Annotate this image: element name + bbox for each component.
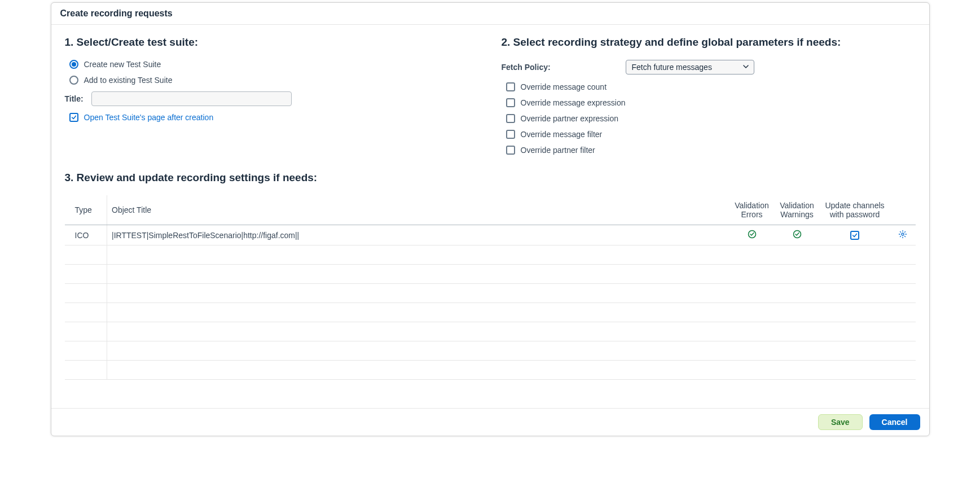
col-actions [890, 195, 916, 225]
cell-validation-errors [729, 225, 775, 245]
table-row [65, 341, 916, 361]
radio-create-new[interactable]: Create new Test Suite [69, 60, 479, 69]
table-row [65, 265, 916, 284]
table-row [65, 303, 916, 322]
fetch-policy-label: Fetch Policy: [502, 63, 614, 72]
table-body: ICO |IRTTEST|SimpleRestToFileScenario|ht… [65, 225, 916, 380]
title-label: Title: [65, 94, 84, 103]
checkbox-icon [506, 98, 515, 107]
dialog-title: Create recording requests [60, 8, 920, 19]
section-2-heading: 2. Select recording strategy and define … [502, 36, 916, 49]
title-input[interactable] [91, 91, 292, 106]
override-label: Override partner expression [521, 114, 619, 123]
override-message-expression[interactable]: Override message expression [506, 98, 916, 107]
checkbox-icon [506, 130, 515, 139]
save-button[interactable]: Save [818, 414, 863, 430]
section-3-heading: 3. Review and update recording settings … [65, 172, 916, 184]
svg-point-2 [902, 233, 904, 235]
checkbox-icon [506, 146, 515, 155]
table-row: ICO |IRTTEST|SimpleRestToFileScenario|ht… [65, 225, 916, 245]
override-label: Override partner filter [521, 146, 595, 155]
radio-add-label: Add to existing Test Suite [84, 76, 173, 85]
col-validation-warnings: Validation Warnings [775, 195, 820, 225]
check-circle-icon [748, 230, 757, 239]
radio-icon [69, 76, 78, 85]
override-message-count[interactable]: Override message count [506, 82, 916, 91]
check-circle-icon [793, 230, 802, 239]
override-list: Override message count Override message … [506, 82, 916, 155]
col-validation-errors: Validation Errors [729, 195, 775, 225]
dialog-body: 1. Select/Create test suite: Create new … [51, 25, 929, 385]
override-partner-filter[interactable]: Override partner filter [506, 146, 916, 155]
section-2: 2. Select recording strategy and define … [502, 36, 916, 161]
test-suite-radio-group: Create new Test Suite Add to existing Te… [69, 60, 479, 85]
checkbox-icon [506, 114, 515, 123]
cancel-button[interactable]: Cancel [869, 414, 920, 430]
override-partner-expression[interactable]: Override partner expression [506, 114, 916, 123]
checkbox-icon [506, 82, 515, 91]
cell-object-title: |IRTTEST|SimpleRestToFileScenario|http:/… [107, 225, 729, 245]
table-header-row: Type Object Title Validation Errors Vali… [65, 195, 916, 225]
dialog: Create recording requests 1. Select/Crea… [51, 2, 930, 436]
checkbox-icon [69, 113, 78, 122]
radio-create-label: Create new Test Suite [84, 60, 161, 69]
update-channels-checkbox[interactable] [850, 231, 859, 240]
override-label: Override message expression [521, 98, 626, 107]
override-label: Override message filter [521, 130, 603, 139]
col-type: Type [65, 195, 107, 225]
section-1-heading: 1. Select/Create test suite: [65, 36, 479, 49]
override-message-filter[interactable]: Override message filter [506, 130, 916, 139]
dialog-footer: Save Cancel [51, 408, 929, 436]
fetch-policy-row: Fetch Policy: Fetch future messages [502, 60, 916, 74]
col-object-title: Object Title [107, 195, 729, 225]
radio-icon [69, 60, 78, 69]
fetch-policy-value: Fetch future messages [632, 63, 712, 72]
section-1: 1. Select/Create test suite: Create new … [65, 36, 479, 161]
override-label: Override message count [521, 82, 607, 91]
top-columns: 1. Select/Create test suite: Create new … [65, 36, 916, 161]
dialog-header: Create recording requests [51, 3, 929, 25]
fetch-policy-select[interactable]: Fetch future messages [626, 60, 754, 74]
cell-validation-warnings [775, 225, 820, 245]
table-row [65, 322, 916, 341]
cell-actions [890, 225, 916, 245]
chevron-down-icon [742, 63, 749, 72]
recording-table: Type Object Title Validation Errors Vali… [65, 195, 916, 380]
table-row [65, 361, 916, 380]
cell-type: ICO [65, 225, 107, 245]
cell-update-channels [820, 225, 890, 245]
radio-add-existing[interactable]: Add to existing Test Suite [69, 76, 479, 85]
table-row [65, 284, 916, 303]
col-update-channels: Update channels with password [820, 195, 890, 225]
table-row [65, 245, 916, 265]
gear-icon[interactable] [898, 230, 907, 239]
open-after-label: Open Test Suite's page after creation [84, 113, 214, 122]
title-row: Title: [65, 91, 479, 106]
open-after-checkbox-row[interactable]: Open Test Suite's page after creation [69, 113, 479, 122]
